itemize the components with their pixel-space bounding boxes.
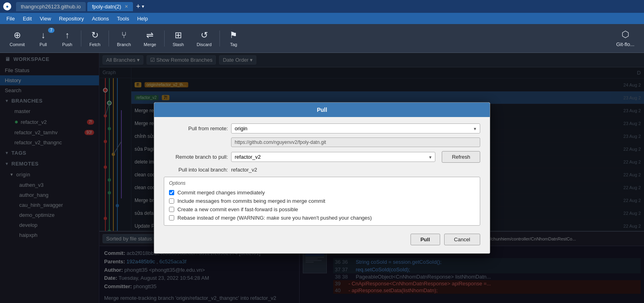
branch-label: Branch (117, 42, 131, 47)
stash-button[interactable]: ⊞ Stash (166, 27, 190, 50)
tab-1-label: thangncph26123.github.io (21, 4, 81, 10)
modal-title: Pull (154, 103, 490, 117)
tag-button[interactable]: ⚑ Tag (221, 27, 246, 50)
commit-button[interactable]: ⊕ Commit (3, 27, 31, 50)
push-icon: ↑ (65, 30, 69, 40)
pull-from-row: Pull from remote: origin (164, 123, 480, 133)
toolbar-sep-4 (219, 30, 220, 46)
stash-icon: ⊞ (175, 30, 182, 40)
pull-modal: Pull Pull from remote: origin (154, 102, 490, 254)
local-branch-value: refactor_v2 (231, 167, 480, 173)
menu-edit[interactable]: Edit (20, 14, 35, 23)
title-bar: ● thangncph26123.github.io fpoly-datn(2)… (0, 0, 644, 13)
pull-from-select[interactable]: origin (231, 123, 480, 133)
gitflow-icon: ⬡ (622, 29, 629, 40)
discard-label: Discard (197, 42, 211, 47)
local-branch-row: Pull into local branch: refactor_v2 (164, 167, 480, 173)
tab-dropdown[interactable]: ▾ (142, 4, 144, 9)
discard-button[interactable]: ↺ Discard (190, 27, 218, 50)
option-3: Create a new commit even if fast-forward… (169, 205, 475, 214)
option-1-checkbox[interactable] (169, 190, 174, 195)
menu-view[interactable]: View (36, 14, 54, 23)
option-4: Rebase instead of merge (WARNING: make s… (169, 214, 475, 222)
remote-branch-row: Remote branch to pull: refactor_v2 Refre… (164, 151, 480, 163)
fetch-icon: ↻ (91, 30, 99, 40)
cancel-button[interactable]: Cancel (444, 234, 480, 245)
pull-button-modal[interactable]: Pull (411, 234, 440, 245)
branch-icon: ⑂ (121, 30, 127, 40)
modal-actions: Pull Cancel (164, 230, 480, 247)
menu-actions[interactable]: Actions (89, 14, 112, 23)
tab-2-close[interactable]: ✕ (125, 4, 128, 9)
merge-icon: ⇌ (146, 30, 153, 40)
app-logo: ● (3, 2, 11, 10)
gitflow-button[interactable]: ⬡ Git-flo... (610, 26, 641, 50)
fetch-button[interactable]: ↻ Fetch (83, 27, 107, 50)
toolbar-sep-2 (109, 30, 109, 46)
remote-branch-label: Remote branch to pull: (164, 154, 228, 160)
menu-repository[interactable]: Repository (56, 14, 87, 23)
tab-2-label: fpoly-datn(2) (92, 4, 121, 10)
merge-button[interactable]: ⇌ Merge (137, 27, 163, 50)
pull-label: Pull (40, 42, 47, 47)
option-2: Include messages from commits being merg… (169, 197, 475, 205)
fetch-label: Fetch (89, 42, 101, 47)
branch-button[interactable]: ⑂ Branch (111, 27, 137, 50)
modal-body: Pull from remote: origin Remote branch t… (154, 117, 490, 253)
merge-label: Merge (144, 42, 156, 47)
option-4-label: Rebase instead of merge (WARNING: make s… (177, 215, 372, 221)
pull-icon: ↓ (41, 30, 45, 40)
remote-branch-select[interactable]: refactor_v2 (231, 152, 435, 162)
gitflow-label: Git-flo... (616, 41, 634, 47)
pull-from-wrapper: origin (231, 123, 480, 133)
menu-bar: File Edit View Repository Actions Tools … (0, 13, 644, 24)
tab-1[interactable]: thangncph26123.github.io (16, 2, 86, 11)
options-label: Options (169, 180, 475, 186)
discard-icon: ↺ (201, 30, 208, 40)
new-tab-button[interactable]: + (136, 2, 141, 11)
push-button[interactable]: ↑ Push (55, 27, 79, 50)
toolbar-sep-3 (164, 30, 165, 46)
commit-icon: ⊕ (14, 30, 21, 40)
pull-button[interactable]: 7 ↓ Pull (31, 27, 55, 50)
option-2-label: Include messages from commits being merg… (177, 198, 325, 204)
remote-branch-wrapper: refactor_v2 (231, 152, 435, 162)
modal-overlay: Pull Pull from remote: origin (0, 53, 644, 303)
toolbar-sep-1 (81, 30, 81, 46)
tab-2[interactable]: fpoly-datn(2) ✕ (87, 2, 133, 11)
option-1: Commit merged changes immediately (169, 188, 475, 197)
tag-label: Tag (230, 42, 237, 47)
pull-from-label: Pull from remote: (164, 125, 228, 131)
option-2-checkbox[interactable] (169, 198, 174, 204)
stash-label: Stash (173, 42, 184, 47)
menu-help[interactable]: Help (134, 14, 151, 23)
refresh-button[interactable]: Refresh (442, 151, 480, 163)
options-group: Options Commit merged changes immediatel… (164, 177, 480, 226)
option-4-checkbox[interactable] (169, 215, 174, 220)
option-3-checkbox[interactable] (169, 207, 174, 212)
option-3-label: Create a new commit even if fast-forward… (177, 206, 298, 212)
menu-tools[interactable]: Tools (114, 14, 132, 23)
option-1-label: Commit merged changes immediately (177, 190, 265, 196)
local-branch-label: Pull into local branch: (164, 167, 228, 173)
remote-url-row (164, 137, 480, 147)
remote-url-input (231, 137, 480, 147)
tag-icon: ⚑ (229, 30, 237, 40)
menu-file[interactable]: File (3, 14, 18, 23)
pull-badge: 7 (48, 28, 54, 33)
main-area: 🖥 WORKSPACE File Status History Search ▼… (0, 53, 644, 303)
toolbar: ⊕ Commit 7 ↓ Pull ↑ Push ↻ Fetch ⑂ Branc… (0, 24, 644, 53)
commit-label: Commit (10, 42, 25, 47)
push-label: Push (62, 42, 72, 47)
